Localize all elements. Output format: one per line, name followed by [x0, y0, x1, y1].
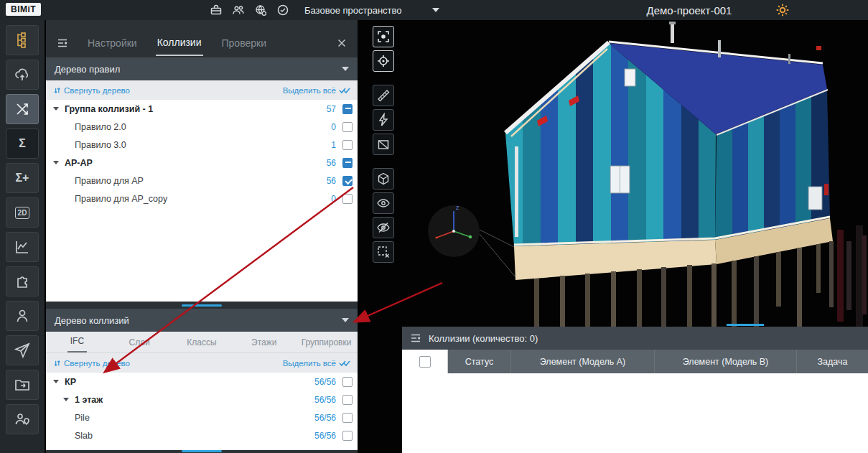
tab-groupings[interactable]: Группировки	[295, 337, 358, 352]
sidebar-item-users[interactable]	[6, 301, 39, 331]
gizmo-z-label: Z	[456, 205, 459, 210]
tree-row[interactable]: Pile 56/56	[46, 408, 358, 426]
network-globe-icon[interactable]	[254, 4, 267, 17]
panel-menu-icon[interactable]	[409, 332, 422, 345]
sidebar-item-charts[interactable]	[6, 232, 39, 262]
tree-row[interactable]: Правило 2.0 0	[46, 118, 358, 136]
collision-tree-tab-bar: IFC Слои Классы Этажи Группировки	[46, 332, 358, 353]
tree-row-label: 1 этаж	[75, 395, 103, 405]
window	[625, 69, 635, 86]
collision-count: 56/56	[312, 377, 336, 387]
collapse-tree-button[interactable]: Свернуть дерево	[53, 86, 130, 95]
sidebar-item-plugins[interactable]	[6, 266, 39, 296]
tab-layers[interactable]: Слои	[108, 337, 171, 352]
chevron-down-icon	[342, 67, 349, 71]
row-checkbox[interactable]	[342, 158, 353, 168]
viewport-toolbar	[373, 26, 394, 266]
column-element-a[interactable]: Элемент (Модель A)	[511, 350, 655, 373]
tree-row[interactable]: 1 этаж 56/56	[46, 391, 358, 408]
tab-ifc[interactable]: IFC	[46, 336, 108, 352]
hide-button[interactable]	[373, 217, 394, 238]
sidebar-item-share[interactable]	[6, 335, 39, 365]
toolbox-icon[interactable]	[210, 4, 223, 17]
isolate-button[interactable]	[373, 241, 394, 263]
sidebar-item-export[interactable]	[6, 370, 39, 400]
row-checkbox[interactable]	[342, 413, 353, 423]
sidebar-item-user-location[interactable]	[6, 404, 39, 434]
clash-check-button[interactable]	[373, 109, 394, 131]
rules-tree-toolbar: Свернуть дерево Выделить всё	[46, 80, 358, 100]
row-checkbox[interactable]	[342, 104, 353, 114]
rules-tree-header[interactable]: Дерево правил	[46, 57, 358, 80]
expander-icon[interactable]	[53, 380, 65, 383]
tree-row[interactable]: Группа коллизий - 1 57	[46, 100, 358, 118]
panel-resize-handle[interactable]	[182, 450, 222, 452]
select-all-button[interactable]: Выделить всё	[283, 359, 350, 368]
collapse-tree-button[interactable]: Свернуть дерево	[53, 359, 130, 368]
collision-tree-title: Дерево коллизий	[55, 315, 129, 326]
row-checkbox[interactable]	[342, 194, 353, 204]
tree-row[interactable]: Правило для АР_copy 0	[46, 190, 358, 207]
view-cube-button[interactable]	[373, 168, 394, 190]
viewport-scroll-indicator[interactable]	[727, 324, 764, 326]
show-button[interactable]	[373, 192, 394, 214]
tab-collisions[interactable]: Коллизии	[156, 30, 203, 56]
locate-button[interactable]	[373, 50, 394, 72]
sum-icon: Σ	[19, 137, 26, 150]
tree-row-label: Правило 3.0	[75, 140, 126, 150]
row-checkbox[interactable]	[342, 122, 353, 132]
sidebar-item-collisions[interactable]	[6, 94, 39, 124]
sidebar-item-sum[interactable]: Σ	[6, 129, 39, 159]
close-icon[interactable]	[336, 37, 347, 49]
column-status[interactable]: Статус	[448, 350, 511, 373]
sidebar-item-model-tree[interactable]	[6, 25, 39, 55]
double-check-icon	[339, 87, 350, 94]
collision-tree: КР 56/56 1 этаж 56/56 Pile 56/56 Slab 56…	[46, 373, 358, 450]
settings-gear-icon[interactable]	[775, 3, 790, 17]
row-checkbox[interactable]	[342, 377, 353, 387]
sidebar-item-2d[interactable]: 2D	[6, 197, 39, 228]
tree-row[interactable]: Slab 56/56	[46, 426, 358, 444]
panel-tab-bar: Настройки Коллизии Проверки	[46, 29, 358, 57]
expander-icon[interactable]	[63, 398, 75, 401]
isolate-icon	[376, 245, 391, 259]
topbar-icon-group	[210, 0, 289, 20]
tab-settings[interactable]: Настройки	[86, 31, 139, 55]
panel-resize-handle[interactable]	[182, 304, 222, 307]
navigation-gizmo[interactable]: Z	[428, 205, 515, 277]
panel-menu-icon[interactable]	[56, 37, 69, 50]
column-task[interactable]: Задача	[797, 350, 868, 373]
tree-row[interactable]: Правило для АР 56	[46, 172, 358, 190]
charts-icon	[14, 238, 31, 256]
workspace-selector[interactable]: Базовое пространство	[304, 0, 439, 20]
panel-splitter[interactable]	[46, 302, 358, 309]
tree-row[interactable]: КР 56/56	[46, 373, 358, 391]
column-element-b[interactable]: Элемент (Модель B)	[655, 350, 797, 373]
focus-model-button[interactable]	[373, 26, 394, 47]
row-checkbox[interactable]	[342, 431, 353, 441]
sidebar-item-sum-plus[interactable]: Σ+	[6, 163, 39, 193]
measure-icon	[376, 88, 391, 103]
tree-row-label: КР	[65, 377, 76, 387]
measure-button[interactable]	[373, 85, 394, 106]
select-all-button[interactable]: Выделить всё	[283, 86, 350, 95]
tree-row[interactable]: Правило 3.0 1	[46, 136, 358, 154]
tasks-check-icon[interactable]	[276, 4, 289, 17]
collision-tree-header[interactable]: Дерево коллизий	[46, 309, 358, 332]
tree-row[interactable]: АР-АР 56	[46, 154, 358, 172]
plugins-icon	[14, 273, 31, 290]
team-icon[interactable]	[232, 4, 245, 17]
sidebar-item-cloud-upload[interactable]	[6, 60, 39, 90]
row-checkbox[interactable]	[342, 140, 353, 150]
tab-checks[interactable]: Проверки	[220, 31, 268, 55]
tab-classes[interactable]: Классы	[171, 337, 233, 352]
select-all-checkbox[interactable]	[419, 356, 431, 368]
row-checkbox[interactable]	[342, 395, 353, 405]
panel-splitter[interactable]	[46, 450, 358, 453]
expander-icon[interactable]	[53, 107, 65, 111]
expander-icon[interactable]	[53, 161, 65, 164]
cloud-upload-icon	[14, 66, 31, 83]
section-box-button[interactable]	[373, 134, 394, 155]
row-checkbox[interactable]	[342, 176, 353, 186]
tab-floors[interactable]: Этажи	[233, 337, 295, 352]
